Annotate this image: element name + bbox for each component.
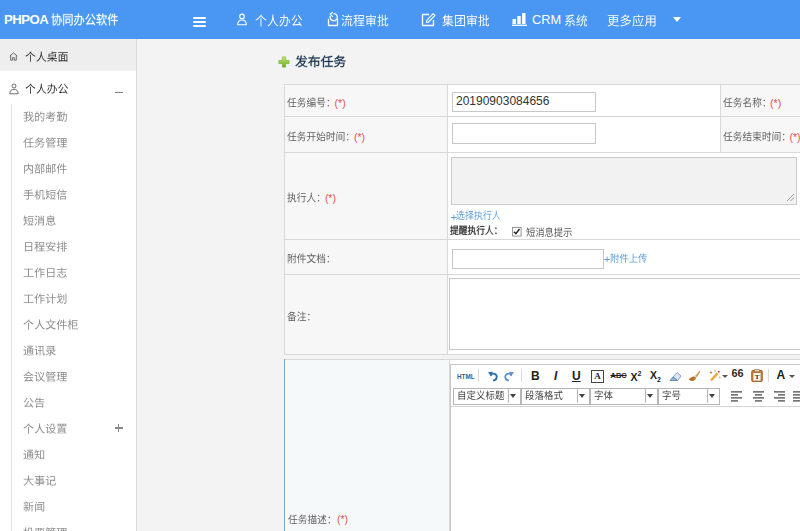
svg-text:T: T — [754, 373, 759, 381]
